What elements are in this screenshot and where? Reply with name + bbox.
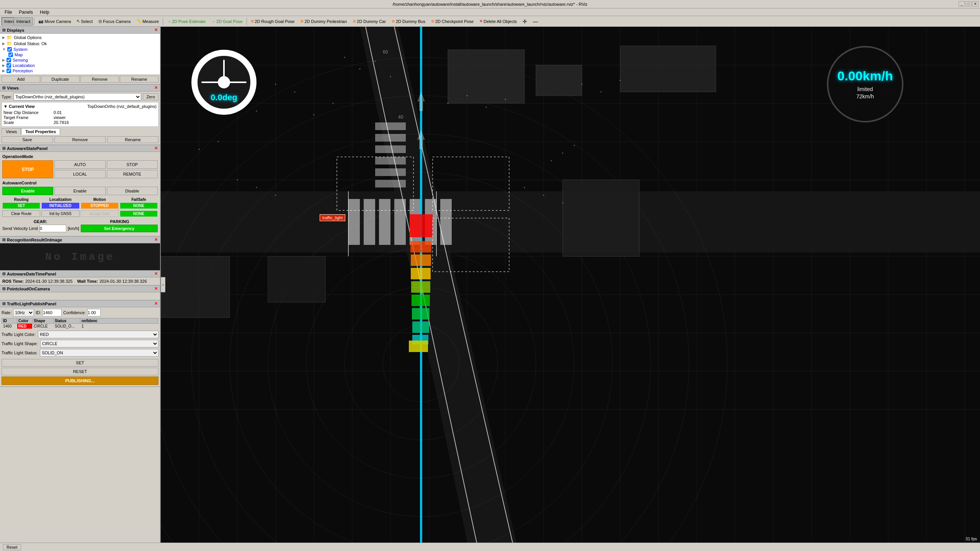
remote-btn[interactable]: REMOTE [107,170,158,178]
stop-active-btn[interactable]: STOP [2,160,53,178]
auto-btn[interactable]: AUTO [54,160,105,169]
pointcloud-header[interactable]: ⊟ PointcloudOnCamera ✕ [0,285,160,292]
tl-color-select[interactable]: RED GREEN YELLOW [38,331,158,338]
tree-item-localization[interactable]: ▶ Localization [1,63,159,68]
checkpoint-icon: ⊛ [431,19,434,24]
tl-reset-btn[interactable]: RESET [2,368,158,375]
viewport[interactable]: 60 40 0.0deg 0.00km/h limited72km/h [161,27,980,543]
svg-rect-78 [620,46,716,92]
checkpoint-pose-btn[interactable]: ⊛ 2D Checkpoint Pose [428,17,476,26]
tl-publishing-btn[interactable]: PUBLISHING... [2,377,158,385]
recognition-close-icon[interactable]: ✕ [154,237,158,242]
rough-goal-btn[interactable]: ⊛ 2D Rough Goal Pose [248,17,297,26]
svg-point-106 [237,179,238,181]
goal-pose-btn[interactable]: → 2D Goal Pose [209,17,245,26]
menu-bar: File Panels Help [0,8,980,16]
displays-header[interactable]: ⊟ Displays ✕ [0,27,160,34]
select-btn[interactable]: ↖ Select [74,17,95,26]
tl-status-row: Traffic Light Status: SOLID_ON SOLID_OFF… [2,349,158,357]
tab-views[interactable]: Views [2,128,21,135]
rename-view-btn[interactable]: Rename [107,136,158,143]
expand-panel-handle[interactable]: › [161,277,165,292]
failsafe-badge2: NONE [120,210,158,217]
dummy-car-btn[interactable]: ⊛ 2D Dummy Car [350,17,389,26]
disable-btn[interactable]: Disable [107,187,158,195]
menu-panels[interactable]: Panels [16,9,36,15]
autoware-state-close-icon[interactable]: ✕ [154,146,158,151]
reset-btn[interactable]: Reset [3,544,21,550]
focus-camera-btn[interactable]: ◎ Focus Camera [96,17,133,26]
traffic-light-content: Rate: 10Hz ID: Confidence: ID Color Shap… [0,307,160,386]
pose-estimate-btn[interactable]: → 2D Pose Estimate [164,17,208,26]
views-header[interactable]: ⊟ Views ✕ [0,85,160,91]
rate-select[interactable]: 10Hz [13,309,34,316]
svg-point-108 [275,195,276,196]
localization-check[interactable] [7,63,11,68]
remove-tool-btn[interactable]: — [530,17,541,26]
tree-item-sensing[interactable]: ▶ Sensing [1,57,159,63]
move-camera-btn[interactable]: 📷 Move Camera [36,17,74,26]
tl-shape-select[interactable]: CIRCLE LEFT RIGHT [40,340,158,347]
menu-help[interactable]: Help [37,9,52,15]
tree-item-global-status[interactable]: ▶ 📁 Global Status: Ok [1,41,159,47]
recognition-header[interactable]: ⊟ RecognitionResultOnImage ✕ [0,236,160,243]
maximize-btn[interactable]: □ [965,1,972,7]
svg-point-87 [486,107,487,108]
datetime-header[interactable]: ⊟ AutowareDateTimePanel ✕ [0,271,160,277]
measure-btn[interactable]: 📏 Measure [134,17,162,26]
tree-item-system[interactable]: ▼ System [1,47,159,52]
velocity-input[interactable] [39,225,66,232]
velocity-unit: [km/h] [68,226,79,231]
svg-point-91 [581,84,583,85]
id-label: ID: [36,310,41,315]
svg-rect-43 [375,122,406,130]
dummy-pedestrian-btn[interactable]: ⊛ 2D Dummy Pedestrian [297,17,350,26]
rename-display-btn[interactable]: Rename [120,76,158,83]
confidence-input[interactable] [87,309,101,316]
remove-view-btn[interactable]: Remove [54,136,106,143]
svg-rect-36 [348,199,360,245]
delete-all-btn[interactable]: ✕ Delete All Objects [477,17,519,26]
tl-set-btn[interactable]: SET [2,359,158,367]
enable-btn[interactable]: Enable [2,187,53,195]
dummy-bus-btn[interactable]: ⊛ 2D Dummy Bus [389,17,428,26]
traffic-light-header[interactable]: ⊟ TrafficLightPublishPanel ✕ [0,300,160,307]
pointcloud-close-icon[interactable]: ✕ [154,286,158,291]
tree-item-global-options[interactable]: ▶ 📁 Global Options [1,34,159,41]
set-emergency-btn[interactable]: Set Emergency [81,225,158,232]
failsafe-badge1: NONE [120,202,158,209]
type-select[interactable]: TopDownOrtho (rviz_default_plugins) [13,93,141,101]
enable2-btn[interactable]: Enable [54,187,105,195]
sensing-check[interactable] [7,58,11,62]
zero-btn[interactable]: Zero [143,93,158,100]
remove-display-btn[interactable]: Remove [80,76,119,83]
recognition-panel-icon: ⊟ [2,238,5,242]
minimize-btn[interactable]: _ [959,1,965,7]
autoware-state-header[interactable]: ⊟ AutowareStatePanel ✕ [0,145,160,152]
traffic-light-close-icon[interactable]: ✕ [154,301,158,306]
close-btn[interactable]: ✕ [972,1,978,7]
tl-row-shape: CIRCLE [33,324,54,329]
local-btn[interactable]: LOCAL [54,170,105,178]
init-gnss-btn[interactable]: Init by GNSS [41,210,79,217]
duplicate-display-btn[interactable]: Duplicate [41,76,80,83]
tab-tool-properties[interactable]: Tool Properties [21,128,60,135]
map-check[interactable] [8,52,13,57]
id-input[interactable] [42,309,62,316]
clear-route-btn[interactable]: Clear Route [2,210,40,217]
displays-close-icon[interactable]: ✕ [154,28,158,33]
tree-item-map[interactable]: Map [1,52,159,57]
save-view-btn[interactable]: Save [2,136,53,143]
datetime-close-icon[interactable]: ✕ [154,271,158,276]
pointcloud-panel-icon: ⊟ [2,287,5,291]
perception-check[interactable] [7,68,11,73]
accept-start-btn[interactable]: Accept Start [81,210,119,217]
tree-item-perception[interactable]: ▶ Perception [1,68,159,73]
system-check[interactable] [7,47,12,52]
stop-right-btn[interactable]: STOP [107,160,158,169]
add-display-btn[interactable]: Add [2,76,40,83]
views-close-icon[interactable]: ✕ [154,85,158,90]
menu-file[interactable]: File [2,9,15,15]
tl-status-select[interactable]: SOLID_ON SOLID_OFF FLASHING [40,349,158,357]
add-tool-btn[interactable]: ✛ [520,17,530,26]
